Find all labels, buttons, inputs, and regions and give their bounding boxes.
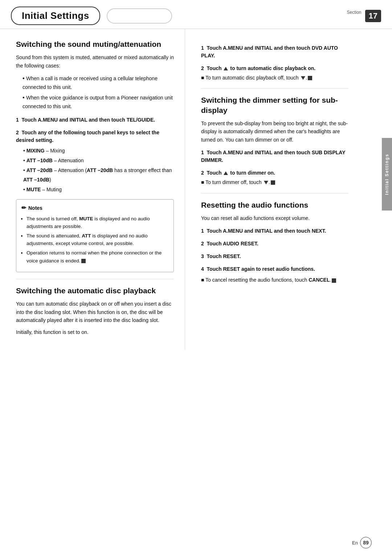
- item-mixing: • MIXING – Mixing: [23, 146, 174, 155]
- reset-step-number-2: 2: [201, 241, 204, 246]
- section3-intro: To prevent the sub-display from being to…: [201, 119, 348, 144]
- bullet-1: When a call is made or received using a …: [23, 73, 174, 92]
- step1-text: Touch A.MENU and INITIAL and then touch …: [22, 117, 155, 123]
- section3-heading: Switching the dimmer setting for sub-dis…: [201, 95, 348, 115]
- reset-step-number-4: 4: [201, 266, 204, 272]
- reset-step-number-1: 1: [201, 228, 204, 234]
- square-icon-2: [308, 76, 312, 80]
- reset-note: ■ To cancel resetting the audio function…: [201, 276, 348, 284]
- square-icon: [81, 259, 86, 263]
- triangle-up-icon-2: [224, 171, 228, 175]
- page-footer: En 89: [352, 537, 372, 548]
- reset-step1: 1 Touch A.MENU and INITIAL and then touc…: [201, 227, 348, 235]
- divider-3: [201, 193, 348, 193]
- notes-label: Notes: [28, 204, 42, 212]
- right-step2: 2 Touch to turn automatic disc playback …: [201, 65, 348, 72]
- dimmer-step-number-2: 2: [201, 170, 204, 176]
- items-list: • MIXING – Mixing • ATT –10dB – Attenuat…: [23, 146, 174, 194]
- section1-intro: Sound from this system is muted, attenua…: [16, 53, 174, 70]
- square-icon-3: [271, 180, 275, 185]
- step-number-2: 2: [16, 130, 19, 135]
- right-step1-text: Touch A.MENU and INITIAL and then touch …: [201, 45, 338, 58]
- section-number: 17: [365, 10, 381, 22]
- left-column: Switching the sound muting/attenuation S…: [0, 29, 185, 350]
- triangle-up-icon-1: [224, 67, 228, 70]
- dimmer-step2-text: Touch to turn dimmer on.: [207, 170, 275, 176]
- right-step2-text: Touch to turn automatic disc playback on…: [207, 65, 316, 71]
- note-3: Operation returns to normal when the pho…: [26, 249, 168, 265]
- notes-header: ✏ Notes: [21, 203, 168, 213]
- right-step1: 1 Touch A.MENU and INITIAL and then touc…: [201, 44, 348, 60]
- bullet-2: When the voice guidance is output from a…: [23, 93, 174, 111]
- dimmer-step-number-1: 1: [201, 150, 204, 155]
- divider-2: [201, 88, 348, 89]
- dimmer-step1-text: Touch A.MENU and INITIAL and then touch …: [201, 150, 345, 163]
- section2-heading: Switching the automatic disc playback: [16, 286, 174, 295]
- square-icon-4: [332, 278, 336, 283]
- reset-step1-text: Touch A.MENU and INITIAL and then touch …: [207, 228, 326, 234]
- header-oval-empty: [107, 8, 172, 24]
- triangle-down-icon-1: [301, 76, 305, 80]
- notes-list: The sound is turned off, MUTE is display…: [26, 215, 168, 265]
- right-column: 1 Touch A.MENU and INITIAL and then touc…: [185, 29, 370, 350]
- right-step-number-1: 1: [201, 45, 204, 51]
- notes-box: ✏ Notes The sound is turned off, MUTE is…: [16, 199, 174, 272]
- reset-step2: 2 Touch AUDIO RESET.: [201, 240, 348, 248]
- divider-1: [16, 279, 174, 279]
- section-label: Section: [347, 10, 361, 15]
- notes-icon: ✏: [21, 203, 26, 213]
- step-number-1: 1: [16, 117, 19, 123]
- reset-step4-text: Touch RESET again to reset audio functio…: [207, 266, 315, 272]
- triangle-down-icon-2: [264, 181, 268, 184]
- page-title: Initial Settings: [11, 7, 100, 25]
- side-tab: Initial Settings: [382, 138, 392, 211]
- section4-intro: You can reset all audio functions except…: [201, 214, 348, 222]
- reset-step3-text: Touch RESET.: [207, 253, 241, 259]
- reset-step-number-3: 3: [201, 253, 204, 259]
- item-att10: • ATT –10dB – Attenuation: [23, 156, 174, 165]
- reset-step3: 3 Touch RESET.: [201, 253, 348, 260]
- section1-bullets: When a call is made or received using a …: [23, 73, 174, 111]
- footer-page: 89: [360, 537, 372, 548]
- section4-heading: Resetting the audio functions: [201, 200, 348, 210]
- section1-step1: 1 Touch A.MENU and INITIAL and then touc…: [16, 116, 174, 124]
- section2-intro: You can turn automatic disc playback on …: [16, 300, 174, 324]
- header-right: Section 17: [347, 10, 381, 22]
- section1-step2: 2 Touch any of the following touch panel…: [16, 129, 174, 144]
- note-2: The sound is attenuated, ATT is displaye…: [26, 232, 168, 248]
- right-note1: ■ To turn automatic disc playback off, t…: [201, 74, 348, 82]
- dimmer-step1: 1 Touch A.MENU and INITIAL and then touc…: [201, 149, 348, 164]
- main-content: Switching the sound muting/attenuation S…: [0, 29, 392, 350]
- page-header: Initial Settings Section 17: [0, 0, 392, 29]
- step2-text: Touch any of the following touch panel k…: [16, 130, 159, 143]
- reset-step2-text: Touch AUDIO RESET.: [207, 241, 258, 246]
- reset-step4: 4 Touch RESET again to reset audio funct…: [201, 265, 348, 273]
- note-1: The sound is turned off, MUTE is display…: [26, 215, 168, 230]
- right-step-number-2: 2: [201, 65, 204, 71]
- item-att20: • ATT –20dB – Attenuation (ATT –20dB has…: [23, 166, 174, 184]
- side-tab-container: Initial Settings: [382, 138, 392, 211]
- section1-heading: Switching the sound muting/attenuation: [16, 39, 174, 49]
- footer-lang: En: [352, 540, 358, 546]
- header-left: Initial Settings: [11, 7, 172, 25]
- item-mute: • MUTE – Muting: [23, 185, 174, 194]
- dimmer-step2: 2 Touch to turn dimmer on.: [201, 169, 348, 177]
- dimmer-note: ■ To turn dimmer off, touch .: [201, 178, 348, 186]
- section2-note: Initially, this function is set to on.: [16, 328, 174, 336]
